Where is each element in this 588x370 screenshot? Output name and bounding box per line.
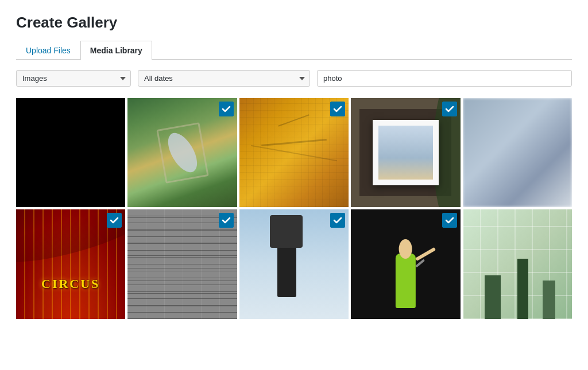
thumbnail bbox=[463, 98, 572, 207]
checkmark-icon bbox=[442, 213, 457, 228]
tab-upload-files[interactable]: Upload Files bbox=[16, 41, 80, 60]
gallery-item[interactable] bbox=[463, 209, 572, 318]
search-input[interactable] bbox=[317, 70, 572, 87]
checkmark-icon bbox=[107, 213, 122, 228]
checkmark-icon bbox=[330, 213, 345, 228]
gallery-item[interactable] bbox=[16, 98, 125, 207]
gallery-item[interactable]: CIRCUS bbox=[16, 209, 125, 318]
checkmark-icon bbox=[330, 102, 345, 116]
gallery-item[interactable] bbox=[127, 209, 237, 318]
gallery-grid: CIRCUS bbox=[16, 98, 572, 319]
gallery-item[interactable] bbox=[239, 98, 349, 207]
thumbnail bbox=[16, 98, 125, 207]
gallery-item[interactable] bbox=[239, 209, 349, 318]
gallery-item[interactable] bbox=[351, 209, 460, 318]
tab-media-library[interactable]: Media Library bbox=[80, 41, 152, 60]
checkmark-icon bbox=[219, 102, 234, 116]
page-title: Create Gallery bbox=[16, 14, 572, 32]
checkmark-icon bbox=[219, 213, 234, 228]
gallery-item[interactable] bbox=[351, 98, 460, 207]
gallery-item[interactable] bbox=[127, 98, 237, 207]
gallery-item[interactable] bbox=[463, 98, 572, 207]
type-filter[interactable]: Images bbox=[16, 70, 131, 87]
thumbnail bbox=[463, 209, 572, 318]
tab-bar: Upload Files Media Library bbox=[16, 41, 572, 60]
filter-bar: Images All dates bbox=[16, 70, 572, 87]
checkmark-icon bbox=[442, 102, 457, 116]
date-filter[interactable]: All dates bbox=[138, 70, 310, 87]
